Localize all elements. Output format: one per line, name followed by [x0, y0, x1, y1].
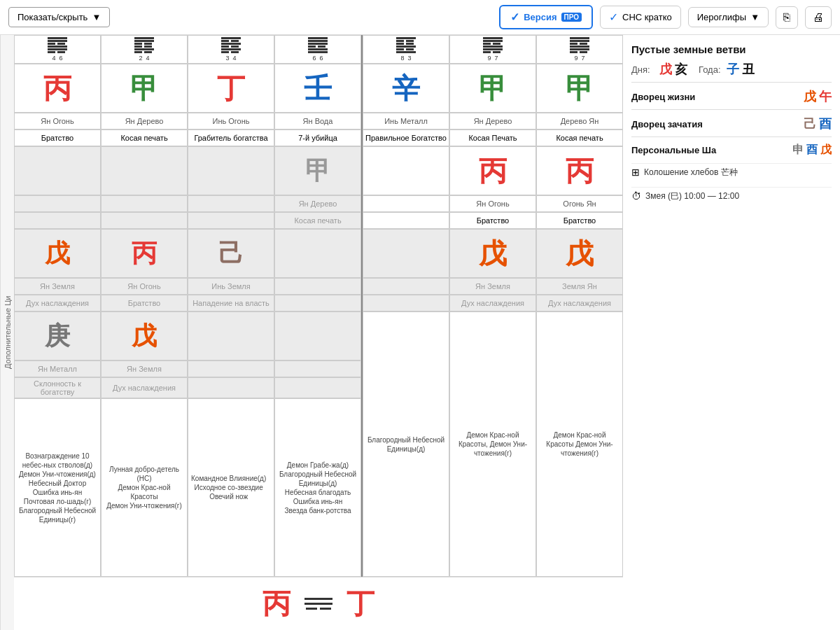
- palace1-char-2: 午: [819, 88, 832, 105]
- left-stem-1[interactable]: 丙: [14, 64, 101, 113]
- bottom-half-line: [320, 608, 331, 610]
- left-extra2-4[interactable]: [274, 312, 361, 360]
- right-earth-2[interactable]: 丙: [449, 146, 536, 195]
- hex-line: [308, 43, 328, 45]
- left-extra2-type-2: Ян Земля: [101, 360, 188, 377]
- right-extra1-3[interactable]: 戊: [536, 229, 623, 278]
- left-hex-2: 2 4: [101, 35, 188, 64]
- right-earth-role-1: [363, 212, 449, 229]
- bottom-half-line: [306, 608, 317, 610]
- right-stem-role-1: Правильное Богатство: [363, 130, 449, 146]
- left-extra2-type-1: Ян Металл: [14, 360, 101, 377]
- left-earth-role-1: [14, 212, 101, 229]
- left-extra2-1[interactable]: 庚: [14, 312, 101, 360]
- sha-row: Персональные Ша 申 酉 戊: [631, 143, 832, 158]
- right-extra1-role-2: Дух наслаждения: [449, 295, 536, 312]
- sns-check-icon: ✓: [609, 10, 618, 24]
- left-stem-roles-row: Братство Косая печать Грабитель богатств…: [14, 130, 361, 146]
- hex-line: [221, 48, 241, 50]
- hex-line-broken: [48, 43, 67, 45]
- sidebar-label: Дополнительные Ци: [0, 35, 14, 630]
- right-hex-numbers-1: 8 3: [400, 55, 411, 62]
- right-earth-roles-row: Братство Братство: [363, 212, 623, 229]
- share-button[interactable]: ⎘: [776, 6, 798, 29]
- hex-line: [48, 40, 67, 42]
- left-extra1-3[interactable]: 己: [188, 229, 274, 278]
- header: Показать/скрыть ▼ ✓ Версия ПРО ✓ СНС кра…: [0, 0, 840, 35]
- left-extra2-3[interactable]: [188, 312, 274, 360]
- bottom-char-1: 丙: [262, 584, 290, 623]
- palace2-char-1: 己: [804, 115, 816, 132]
- left-extra1-4[interactable]: [274, 229, 361, 278]
- hex-line-broken: [221, 40, 241, 42]
- year-label: Года:: [699, 64, 727, 75]
- hex-line: [308, 37, 328, 39]
- left-earth-4[interactable]: 甲: [274, 146, 361, 195]
- left-extra1-type-3: Инь Земля: [188, 278, 274, 295]
- left-extra1-2[interactable]: 丙: [101, 229, 188, 278]
- left-extra1-1[interactable]: 戊: [14, 229, 101, 278]
- right-bottom-text-3: Демон Крас-ной Красоты Демон Уни-чтожени…: [540, 430, 620, 458]
- hex-line: [570, 48, 589, 50]
- bottom-char-2: 丁: [346, 584, 374, 623]
- right-stem-1[interactable]: 辛: [363, 64, 449, 113]
- sha-char-3: 戊: [820, 143, 832, 158]
- left-stem-2[interactable]: 甲: [101, 64, 188, 113]
- hex-line: [48, 46, 67, 48]
- hex-line: [134, 37, 154, 39]
- hieroglyphs-dropdown[interactable]: Иероглифы ▼: [688, 7, 769, 27]
- hex-line-broken: [570, 51, 589, 53]
- right-hex-1: 8 3: [363, 35, 449, 64]
- hex-line-broken: [134, 51, 154, 53]
- bottom-broken-line: [306, 608, 331, 610]
- hex-line-broken: [570, 43, 589, 45]
- hex-numbers-4: 6 6: [312, 55, 323, 62]
- left-earth-1[interactable]: [14, 146, 101, 195]
- hex-line: [134, 40, 154, 42]
- left-extra2-2[interactable]: 戊: [101, 312, 188, 360]
- right-bottom-text-1: Благородный Небесной Единицы(д): [366, 435, 446, 454]
- left-extra2-type-4: [274, 360, 361, 377]
- right-earth-3[interactable]: 丙: [536, 146, 623, 195]
- version-check-icon: ✓: [510, 10, 519, 24]
- bottom-trigram: [304, 596, 332, 611]
- print-button[interactable]: 🖨: [805, 6, 832, 29]
- content-area: Дополнительные Ци: [0, 35, 623, 630]
- event-2-row: ⏱ Змея (巳) 10:00 — 12:00: [631, 187, 832, 205]
- left-earth-roles-row: Косая печать: [14, 212, 361, 229]
- left-stem-3[interactable]: 丁: [188, 64, 274, 113]
- right-stem-3[interactable]: 甲: [536, 64, 623, 113]
- right-extra1-type-3: Земля Ян: [536, 278, 623, 295]
- left-bottom-2: Лунная добро-детель (НС)Демон Крас-ной К…: [101, 398, 188, 577]
- hex-line-broken: [483, 43, 503, 45]
- left-hex-row: 4 6: [14, 35, 361, 64]
- right-extra1-2[interactable]: 戊: [449, 229, 536, 278]
- hex-line: [221, 37, 241, 39]
- version-button[interactable]: ✓ Версия ПРО: [499, 5, 593, 29]
- sha-label: Персональные Ша: [631, 145, 716, 155]
- hex-line: [396, 51, 416, 53]
- left-extra2-row: 庚 戊: [14, 312, 361, 360]
- sha-section: Персональные Ша 申 酉 戊: [631, 136, 832, 158]
- day-char-1: 戊: [659, 61, 672, 78]
- right-extra1-1[interactable]: [363, 229, 449, 278]
- day-char-2: 亥: [675, 61, 687, 78]
- right-stem-roles-row: Правильное Богатство Косая Печать Косая …: [363, 130, 623, 146]
- right-earth-1[interactable]: [363, 146, 449, 195]
- sns-button[interactable]: ✓ СНС кратко: [600, 6, 681, 29]
- left-earth-2[interactable]: [101, 146, 188, 195]
- show-hide-button[interactable]: Показать/скрыть ▼: [8, 7, 110, 27]
- right-stem-2[interactable]: 甲: [449, 64, 536, 113]
- left-earth-3[interactable]: [188, 146, 274, 195]
- hex-numbers-3: 3 4: [225, 55, 236, 62]
- left-stem-types-row: Ян Огонь Ян Дерево Инь Огонь Ян Вода: [14, 113, 361, 130]
- right-bottom-2: Демон Крас-ной Красоты, Демон Уни-чтожен…: [449, 312, 536, 577]
- bottom-line: [304, 598, 332, 600]
- left-bottom-text-2: Лунная добро-детель (НС)Демон Крас-ной К…: [104, 465, 184, 510]
- right-hex-row: 8 3 9: [363, 35, 623, 64]
- hex-line: [396, 46, 416, 48]
- left-bottom-text-1: Вознаграждение 10 небес-ных стволов(д)Де…: [18, 451, 97, 524]
- right-extra1-row: 戊 戊: [363, 229, 623, 278]
- left-earth-type-2: [101, 195, 188, 212]
- left-stem-4[interactable]: 壬: [274, 64, 361, 113]
